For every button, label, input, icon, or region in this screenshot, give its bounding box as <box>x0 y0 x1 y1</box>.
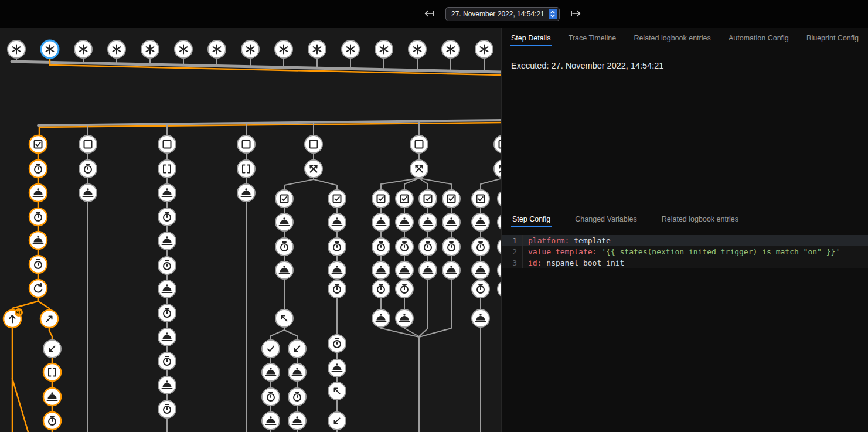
graph-node-arrow-up-left[interactable] <box>275 309 293 327</box>
graph-node-bell[interactable] <box>79 184 97 202</box>
graph-node-asterisk[interactable] <box>475 40 493 58</box>
graph-node-square[interactable] <box>494 135 501 153</box>
graph-node-bell[interactable] <box>29 184 47 202</box>
trace-graph-canvas[interactable]: 9+ <box>0 28 501 432</box>
graph-node-asterisk[interactable] <box>342 40 359 58</box>
graph-node-checkbox[interactable] <box>419 190 437 208</box>
tab-automation-config[interactable]: Automation Config <box>727 32 790 46</box>
graph-node-bell[interactable] <box>158 280 176 298</box>
graph-node-timer[interactable] <box>29 256 47 273</box>
graph-node-bell[interactable] <box>396 261 413 279</box>
graph-node-timer[interactable] <box>472 238 489 256</box>
graph-node-bell[interactable] <box>43 388 61 406</box>
graph-node-bell[interactable] <box>396 309 413 327</box>
graph-node-checkbox[interactable] <box>396 190 413 208</box>
next-run-button[interactable] <box>568 6 583 22</box>
graph-node-arrow-down-left[interactable] <box>43 340 61 358</box>
graph-node-arrow-down-left[interactable] <box>288 340 306 358</box>
graph-node-choose[interactable] <box>410 160 428 178</box>
graph-node-timer[interactable] <box>158 257 176 274</box>
graph-node-bell[interactable] <box>158 184 176 202</box>
graph-node-brackets[interactable] <box>158 160 176 178</box>
graph-node-bell[interactable] <box>275 213 293 231</box>
graph-node-bell[interactable] <box>158 376 176 394</box>
graph-node-bell[interactable] <box>29 232 47 249</box>
graph-node-asterisk[interactable] <box>308 40 326 58</box>
graph-node-timer[interactable] <box>79 160 97 178</box>
graph-node-bell[interactable] <box>442 261 460 279</box>
graph-node-arrow-up-right[interactable] <box>40 310 58 328</box>
graph-node-checkbox[interactable] <box>372 190 390 208</box>
graph-node-timer[interactable] <box>419 238 437 256</box>
graph-node-brackets[interactable] <box>43 363 61 381</box>
graph-node-bell[interactable] <box>472 213 489 231</box>
graph-node-bell[interactable] <box>396 213 413 231</box>
graph-node-asterisk[interactable] <box>74 40 92 58</box>
graph-node-bell[interactable] <box>262 412 280 430</box>
graph-node-bell[interactable] <box>237 184 255 202</box>
graph-node-bell[interactable] <box>262 363 280 381</box>
graph-node-checkbox[interactable] <box>29 135 47 153</box>
graph-node-timer[interactable] <box>29 208 47 226</box>
tab-step-details[interactable]: Step Details <box>510 32 552 46</box>
graph-node-bell[interactable] <box>372 309 390 327</box>
step-config-code[interactable]: 1platform: template2value_template: '{{ … <box>502 235 868 268</box>
up-down-stepper-icon[interactable] <box>549 9 557 19</box>
tab-trace-timeline[interactable]: Trace Timeline <box>567 32 618 46</box>
graph-node-timer[interactable] <box>396 280 413 298</box>
graph-node-checkbox[interactable] <box>442 190 460 208</box>
graph-node-timer[interactable] <box>275 238 293 256</box>
graph-node-checkbox[interactable] <box>472 190 489 208</box>
graph-node-timer[interactable] <box>262 388 280 406</box>
graph-node-arrow-up-left[interactable] <box>328 382 346 400</box>
graph-node-bell[interactable] <box>419 261 437 279</box>
graph-node-bell[interactable] <box>288 412 306 430</box>
graph-node-choose[interactable] <box>494 160 501 178</box>
graph-node-asterisk[interactable] <box>41 40 59 58</box>
graph-node-timer[interactable] <box>396 238 413 256</box>
graph-node-asterisk[interactable] <box>241 40 259 58</box>
graph-node-timer[interactable] <box>288 388 306 406</box>
graph-node-asterisk[interactable] <box>275 40 292 58</box>
graph-node-timer[interactable] <box>158 304 176 322</box>
graph-node-check[interactable] <box>262 340 280 358</box>
graph-node-bell[interactable] <box>158 232 176 250</box>
graph-node-bell[interactable] <box>419 213 437 231</box>
graph-node-square[interactable] <box>410 135 428 153</box>
graph-node-asterisk[interactable] <box>175 40 192 58</box>
tab-blueprint-config[interactable]: Blueprint Config <box>805 32 860 46</box>
graph-node-checkbox[interactable] <box>328 190 346 208</box>
graph-node-square[interactable] <box>158 135 176 153</box>
graph-node-bell[interactable] <box>288 363 306 381</box>
tab-step-config[interactable]: Step Config <box>511 213 552 227</box>
graph-node-timer[interactable] <box>328 335 346 352</box>
graph-node-asterisk[interactable] <box>409 40 426 58</box>
graph-node-bell[interactable] <box>472 261 489 279</box>
graph-node-bell[interactable] <box>328 213 346 231</box>
tab-changed-variables[interactable]: Changed Variables <box>574 213 638 227</box>
previous-run-button[interactable] <box>422 6 437 22</box>
graph-node-timer[interactable] <box>328 280 346 298</box>
graph-node-square[interactable] <box>237 135 255 153</box>
tab-related-logbook-entries[interactable]: Related logbook entries <box>661 213 740 227</box>
graph-node-bell[interactable] <box>328 359 346 377</box>
graph-node-asterisk[interactable] <box>108 40 125 58</box>
graph-node-brackets[interactable] <box>237 160 255 178</box>
graph-node-asterisk[interactable] <box>8 40 25 58</box>
graph-node-timer[interactable] <box>472 280 489 298</box>
graph-node-timer[interactable] <box>442 238 460 256</box>
graph-node-bell[interactable] <box>442 213 460 231</box>
graph-node-bell[interactable] <box>328 261 346 279</box>
graph-node-timer[interactable] <box>158 208 176 226</box>
graph-node-timer[interactable] <box>29 160 47 178</box>
run-selector[interactable]: 27. November 2022, 14:54:21 <box>445 7 560 21</box>
graph-node-repeat[interactable] <box>29 280 47 297</box>
graph-node-timer[interactable] <box>158 400 176 418</box>
graph-node-arrow-down-left[interactable] <box>328 412 346 430</box>
graph-node-bell[interactable] <box>275 261 293 279</box>
graph-node-asterisk[interactable] <box>141 40 159 58</box>
graph-node-timer[interactable] <box>328 238 346 256</box>
graph-node-timer[interactable] <box>158 352 176 370</box>
graph-node-timer[interactable] <box>372 280 390 298</box>
graph-node-choose[interactable] <box>305 160 322 178</box>
